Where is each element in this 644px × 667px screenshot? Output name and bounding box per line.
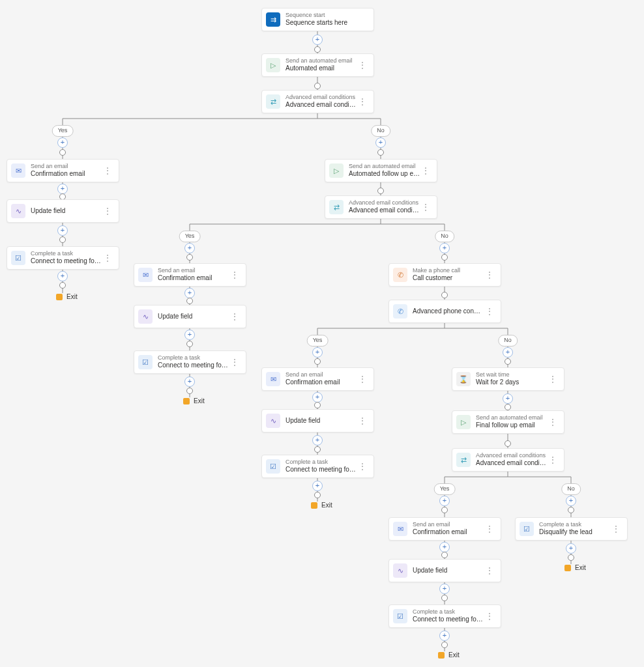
add-step-button[interactable]: +	[184, 376, 195, 387]
step-automated-email[interactable]: ▷ Send an automated email Automated emai…	[261, 53, 374, 77]
step-title: Advanced email conditions	[476, 459, 547, 468]
step-title: Update field	[285, 417, 357, 425]
step-update-field[interactable]: ∿ Update field ⋮	[261, 409, 374, 433]
step-send-email[interactable]: ✉ Send an email Confirmation email ⋮	[388, 517, 501, 541]
more-menu-icon[interactable]: ⋮	[547, 455, 559, 465]
exit-marker: Exit	[438, 651, 460, 659]
step-email-condition[interactable]: ⇄ Advanced email conditions Advanced ema…	[261, 90, 374, 113]
more-menu-icon[interactable]: ⋮	[420, 202, 432, 212]
step-send-email[interactable]: ✉ Send an email Confirmation email ⋮	[134, 263, 246, 287]
more-menu-icon[interactable]: ⋮	[102, 165, 113, 176]
more-menu-icon[interactable]: ⋮	[229, 270, 241, 280]
task-icon: ☑	[138, 355, 153, 369]
step-complete-task[interactable]: ☑ Complete a task Connect to meeting for…	[134, 350, 246, 374]
step-subtitle: Send an email	[31, 163, 102, 170]
exit-label: Exit	[575, 564, 586, 571]
step-wait[interactable]: ⌛ Set wait time Wait for 2 days ⋮	[452, 367, 564, 391]
step-disqualify-lead[interactable]: ☑ Complete a task Disqualify the lead ⋮	[515, 517, 628, 541]
more-menu-icon[interactable]: ⋮	[484, 565, 495, 576]
add-step-button[interactable]: +	[375, 137, 386, 148]
add-step-button[interactable]: +	[312, 35, 323, 45]
add-step-button[interactable]: +	[312, 481, 323, 491]
connector-node	[314, 83, 321, 89]
connector-node	[441, 642, 448, 648]
add-step-button[interactable]: +	[184, 330, 195, 340]
step-email-condition[interactable]: ⇄ Advanced email conditions Advanced ema…	[325, 195, 437, 219]
more-menu-icon[interactable]: ⋮	[357, 60, 368, 70]
more-menu-icon[interactable]: ⋮	[547, 374, 559, 384]
step-title: Advanced email conditions	[349, 206, 420, 215]
branch-yes-pill: Yes	[52, 125, 74, 137]
more-menu-icon[interactable]: ⋮	[484, 270, 495, 280]
more-menu-icon[interactable]: ⋮	[484, 306, 495, 317]
step-update-field[interactable]: ∿ Update field ⋮	[388, 559, 501, 582]
condition-icon: ⇄	[266, 94, 280, 109]
step-complete-task[interactable]: ☑ Complete a task Connect to meeting for…	[7, 246, 119, 270]
connector-node	[505, 404, 511, 410]
more-menu-icon[interactable]: ⋮	[229, 311, 241, 322]
more-menu-icon[interactable]: ⋮	[610, 524, 622, 534]
add-step-button[interactable]: +	[57, 184, 68, 194]
step-automated-email[interactable]: ▷ Send an automated email Automated foll…	[325, 159, 437, 182]
step-send-email[interactable]: ✉ Send an email Confirmation email ⋮	[261, 367, 374, 391]
add-step-button[interactable]: +	[439, 542, 450, 552]
email-icon: ✉	[11, 163, 25, 178]
branch-no-pill: No	[371, 125, 390, 137]
automated-email-icon: ▷	[329, 163, 344, 178]
wait-icon: ⌛	[456, 372, 471, 386]
connector-node	[441, 595, 448, 601]
step-title: Confirmation email	[285, 378, 357, 387]
step-send-email[interactable]: ✉ Send an email Confirmation email ⋮	[7, 159, 119, 182]
more-menu-icon[interactable]: ⋮	[102, 206, 113, 216]
more-menu-icon[interactable]: ⋮	[102, 253, 113, 263]
more-menu-icon[interactable]: ⋮	[357, 461, 368, 472]
add-step-button[interactable]: +	[439, 496, 450, 506]
add-step-button[interactable]: +	[184, 288, 195, 298]
step-subtitle: Advanced email conditions	[349, 199, 420, 206]
add-step-button[interactable]: +	[57, 225, 68, 236]
step-update-field[interactable]: ∿ Update field ⋮	[7, 199, 119, 223]
add-step-button[interactable]: +	[566, 543, 576, 554]
step-sequence-start[interactable]: ⇉ Sequence start Sequence starts here	[261, 8, 374, 31]
add-step-button[interactable]: +	[439, 631, 450, 641]
add-step-button[interactable]: +	[312, 347, 323, 358]
task-icon: ☑	[393, 609, 407, 623]
phone-condition-icon: ✆	[393, 304, 407, 319]
add-step-button[interactable]: +	[57, 137, 68, 148]
step-subtitle: Send an automated email	[349, 163, 420, 170]
connector-node	[441, 507, 448, 513]
step-subtitle: Advanced email conditions	[476, 452, 547, 459]
connector-node	[441, 292, 448, 298]
step-update-field[interactable]: ∿ Update field ⋮	[134, 305, 246, 328]
add-step-button[interactable]: +	[503, 347, 513, 358]
more-menu-icon[interactable]: ⋮	[547, 417, 559, 427]
step-phone-call[interactable]: ✆ Make a phone call Call customer ⋮	[388, 263, 501, 287]
more-menu-icon[interactable]: ⋮	[357, 96, 368, 107]
more-menu-icon[interactable]: ⋮	[484, 524, 495, 534]
add-step-button[interactable]: +	[184, 243, 195, 253]
connector-node	[186, 298, 193, 304]
step-complete-task[interactable]: ☑ Complete a task Connect to meeting for…	[388, 604, 501, 628]
task-icon: ☑	[11, 251, 25, 265]
add-step-button[interactable]: +	[566, 496, 576, 506]
step-subtitle: Complete a task	[539, 521, 610, 528]
step-title: Advanced email conditions	[285, 101, 357, 109]
add-step-button[interactable]: +	[439, 584, 450, 594]
more-menu-icon[interactable]: ⋮	[420, 165, 432, 176]
step-email-condition[interactable]: ⇄ Advanced email conditions Advanced ema…	[452, 448, 564, 472]
step-title: Confirmation email	[31, 170, 102, 178]
more-menu-icon[interactable]: ⋮	[357, 374, 368, 384]
more-menu-icon[interactable]: ⋮	[357, 416, 368, 426]
step-complete-task[interactable]: ☑ Complete a task Connect to meeting for…	[261, 455, 374, 478]
add-step-button[interactable]: +	[57, 271, 68, 281]
step-title: Update field	[31, 207, 102, 216]
more-menu-icon[interactable]: ⋮	[229, 357, 241, 367]
step-phone-condition[interactable]: ✆ Advanced phone condition ⋮	[388, 300, 501, 323]
step-automated-email[interactable]: ▷ Send an automated email Final follow u…	[452, 410, 564, 434]
add-step-button[interactable]: +	[439, 243, 450, 253]
connector-node	[59, 282, 66, 289]
add-step-button[interactable]: +	[312, 392, 323, 403]
add-step-button[interactable]: +	[312, 435, 323, 446]
add-step-button[interactable]: +	[503, 393, 513, 404]
more-menu-icon[interactable]: ⋮	[484, 611, 495, 621]
